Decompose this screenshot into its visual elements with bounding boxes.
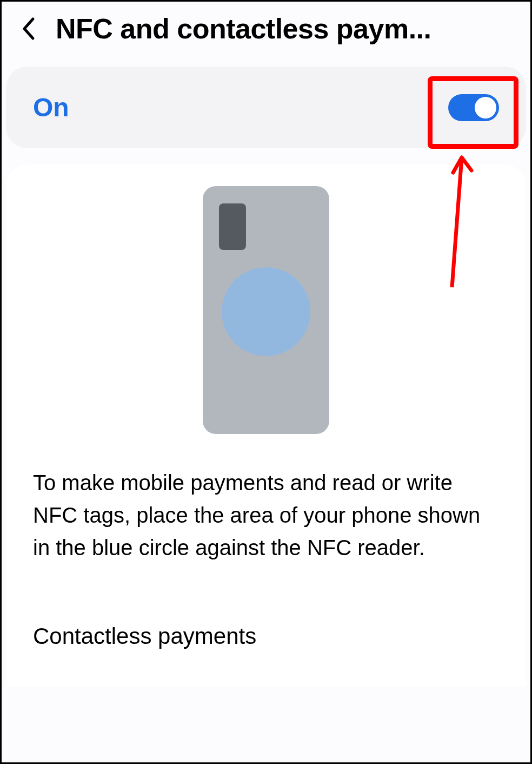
nfc-toggle-row[interactable]: On: [6, 67, 526, 148]
phone-nfc-illustration: [33, 186, 499, 466]
nfc-toggle-switch[interactable]: [448, 94, 499, 121]
content-section: To make mobile payments and read or writ…: [6, 164, 526, 687]
header: NFC and contactless paym...: [2, 2, 530, 61]
phone-camera-icon: [219, 203, 246, 250]
toggle-knob: [475, 97, 496, 118]
nfc-area-indicator-icon: [222, 267, 310, 356]
nfc-description-text: To make mobile payments and read or writ…: [33, 466, 499, 564]
back-button[interactable]: [18, 18, 39, 39]
page-title: NFC and contactless paym...: [56, 12, 431, 45]
toggle-status-label: On: [33, 93, 69, 122]
contactless-payments-item[interactable]: Contactless payments: [33, 612, 499, 660]
phone-back-icon: [203, 186, 329, 434]
chevron-left-icon: [21, 17, 36, 41]
